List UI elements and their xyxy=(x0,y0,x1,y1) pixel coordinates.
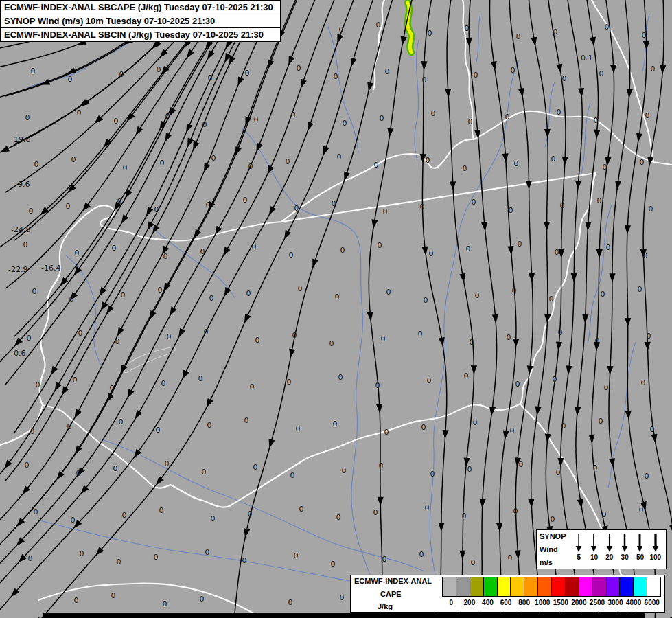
grid-value: 0 xyxy=(641,378,646,387)
grid-value: 0 xyxy=(291,111,296,119)
grid-value: 0 xyxy=(36,380,40,389)
grid-value: 0 xyxy=(512,286,517,295)
cape-color-cell xyxy=(579,577,593,596)
grid-value: 0 xyxy=(422,76,427,84)
grid-value: 0 xyxy=(119,70,124,79)
grid-value: 0 xyxy=(342,466,347,475)
grid-value: 0 xyxy=(597,196,602,205)
wind-speed-item: 100 xyxy=(648,532,663,566)
grid-value: 0 xyxy=(549,295,554,304)
grid-value: 0 xyxy=(426,156,430,165)
grid-value: 0 xyxy=(605,23,610,32)
grid-value: 0 xyxy=(245,69,250,78)
grid-value: 0 xyxy=(510,426,515,435)
wind-speed-item: 20 xyxy=(602,532,617,566)
grid-value: 0 xyxy=(463,164,467,173)
grid-value: 0 xyxy=(373,508,378,517)
grid-value: 0 xyxy=(640,158,645,167)
grid-value: 0 xyxy=(78,329,83,338)
grid-value: 0 xyxy=(337,152,342,161)
grid-value: 0 xyxy=(156,426,161,435)
wind-legend-subtitle: Wind xyxy=(540,545,571,553)
grid-value: 0 xyxy=(297,64,301,73)
grid-value: 0 xyxy=(340,593,345,602)
grid-value: 0 xyxy=(30,427,35,436)
cape-legend-unit: J/kg xyxy=(354,602,442,610)
wind-arrow-icon xyxy=(572,532,585,553)
grid-value: 0 xyxy=(117,558,121,566)
grid-value: 0 xyxy=(471,558,476,567)
grid-value: 0 xyxy=(508,553,513,562)
cape-colorbar xyxy=(442,577,661,597)
grid-value: 0 xyxy=(649,205,653,214)
grid-value: 0 xyxy=(34,160,39,169)
cape-color-cell xyxy=(620,577,634,596)
grid-value: 0 xyxy=(386,288,391,297)
station-value: 0.1 xyxy=(581,54,593,62)
grid-value: 0 xyxy=(289,251,294,260)
grid-value: 0 xyxy=(209,294,214,303)
cape-tick-label: 6000 xyxy=(645,599,660,606)
grid-value: 0 xyxy=(68,75,73,84)
grid-value: 0 xyxy=(206,201,211,209)
cape-color-cell xyxy=(566,577,579,596)
grid-value: 0 xyxy=(73,376,78,385)
map-background xyxy=(0,0,672,618)
grid-value: 0 xyxy=(639,505,644,514)
cape-color-cell xyxy=(607,577,621,596)
grid-value: 0 xyxy=(382,555,387,564)
cape-tick-label: 2000 xyxy=(571,599,586,606)
map-title-legend: ECMWF-INDEX-ANAL SBCAPE (J/kg) Tuesday 0… xyxy=(0,0,281,42)
weather-map: 0000000000000000000000000000000000000000… xyxy=(0,0,672,618)
grid-value: 0 xyxy=(601,290,605,299)
grid-value: 0 xyxy=(643,251,648,260)
cape-color-cell xyxy=(524,577,538,596)
grid-value: 0 xyxy=(115,337,120,346)
grid-value: 0 xyxy=(421,423,426,432)
grid-value: 0 xyxy=(518,240,522,249)
grid-value: 0 xyxy=(419,550,424,559)
grid-value: 0 xyxy=(561,422,566,431)
grid-value: 0 xyxy=(638,285,642,294)
grid-value: 0 xyxy=(376,21,381,30)
grid-value: 0 xyxy=(385,67,390,76)
grid-value: 0 xyxy=(558,328,563,337)
grid-value: 0 xyxy=(339,25,344,34)
grid-value: 0 xyxy=(336,513,341,522)
grid-value: 0 xyxy=(380,114,384,123)
wind-speed-scale: 510203050100 xyxy=(571,532,663,566)
cape-tick-label: 0 xyxy=(450,599,454,606)
wind-legend-unit: m/s xyxy=(540,558,571,566)
grid-value: 0 xyxy=(553,375,557,384)
grid-value: 0 xyxy=(556,468,561,477)
station-value: -0.6 xyxy=(11,349,25,358)
grid-value: 0 xyxy=(595,336,600,345)
grid-value: 0 xyxy=(25,461,30,470)
grid-value: 0 xyxy=(603,163,607,172)
grid-value: 0 xyxy=(296,424,301,433)
grid-value: 0 xyxy=(384,428,389,437)
grid-value: 0 xyxy=(430,470,435,479)
grid-value: 0 xyxy=(551,154,556,163)
grid-value: 0 xyxy=(27,334,32,343)
grid-value: 0 xyxy=(66,202,71,211)
grid-value: 0 xyxy=(80,549,84,558)
grid-value: 0 xyxy=(462,512,467,520)
cape-colorbar-area: 0200400600800100015002000250030004000600… xyxy=(442,577,661,610)
grid-value: 0 xyxy=(110,384,115,393)
bottom-black-bar xyxy=(43,613,645,618)
grid-value: 0 xyxy=(112,244,117,253)
grid-value: 0 xyxy=(465,24,470,33)
grid-value: 0 xyxy=(467,465,472,474)
grid-value: 0 xyxy=(418,330,423,339)
grid-value: 0 xyxy=(511,66,515,75)
grid-value: 0 xyxy=(383,207,388,216)
grid-value: 0 xyxy=(158,286,163,295)
grid-value: 0 xyxy=(381,334,386,343)
cape-color-cell xyxy=(498,577,511,596)
grid-value: 0 xyxy=(71,155,76,164)
grid-value: 0 xyxy=(602,510,607,519)
grid-value: 0 xyxy=(374,161,379,170)
grid-value: 0 xyxy=(427,376,432,385)
grid-value: 0 xyxy=(519,460,524,469)
